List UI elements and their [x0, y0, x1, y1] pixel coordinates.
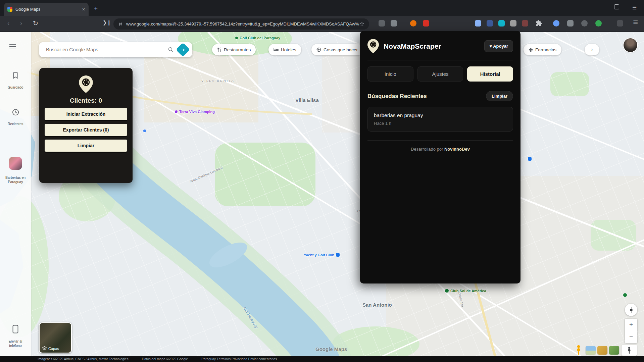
extension-icon[interactable]: [410, 20, 416, 27]
chip-pharmacies[interactable]: Farmacias: [524, 44, 561, 55]
support-button[interactable]: ♥ Apoyar: [484, 40, 513, 52]
recent-searches-header: Búsquedas Recientes Limpiar: [367, 91, 513, 101]
reload-button[interactable]: ↻: [33, 19, 38, 27]
client-counter: Clientes: 0: [45, 97, 127, 104]
footer-prefix: Desarrollado por: [411, 147, 444, 152]
footer-author-link[interactable]: NovinhoDev: [444, 147, 470, 152]
tab-close-icon[interactable]: ✕: [82, 7, 85, 12]
attribution-imagery: Imágenes ©2025 Airbus, CNES / Airbus, Ma…: [38, 357, 129, 361]
imagery-thumbnail[interactable]: [597, 346, 607, 355]
poi-dot-icon: [175, 110, 178, 113]
tab-title: Google Maps: [15, 7, 79, 12]
layers-icon: [42, 346, 47, 351]
imagery-thumbnail[interactable]: [609, 346, 619, 355]
attribution-links[interactable]: Paraguay Términos Privacidad Enviar come…: [201, 357, 277, 361]
window-restore-icon[interactable]: [614, 4, 619, 9]
location-icon: [628, 307, 634, 313]
chip-hotels[interactable]: Hoteles: [268, 44, 301, 55]
sync-icon[interactable]: [581, 20, 588, 27]
maps-search-box[interactable]: ➜: [39, 42, 192, 57]
my-location-button[interactable]: [625, 304, 637, 316]
browser-menu-icon[interactable]: ☰: [633, 19, 638, 26]
start-extraction-button[interactable]: Iniciar Extracción: [45, 108, 127, 120]
back-button[interactable]: ‹: [7, 19, 9, 27]
search-icon[interactable]: [168, 47, 174, 53]
clear-history-button[interactable]: Limpiar: [486, 91, 513, 101]
clear-card-button[interactable]: Limpiar: [45, 140, 127, 152]
poi-green-icon[interactable]: [623, 293, 627, 297]
maps-left-rail: Guardado Recientes Barberías en Paraguay…: [0, 32, 31, 362]
forward-button[interactable]: ›: [20, 19, 22, 27]
route-shield-icon: [336, 253, 340, 257]
extension-icon[interactable]: [553, 20, 559, 27]
history-time: Hace 1 h: [374, 121, 507, 126]
history-query: barberias en praguay: [374, 112, 507, 118]
popup-tabs: Inicio Ajustes Historial: [367, 66, 513, 82]
tab-ajustes[interactable]: Ajustes: [417, 66, 463, 82]
novamapscraper-map-card: Clientes: 0 Iniciar Extracción Exportar …: [39, 68, 133, 183]
rail-item-recent-place[interactable]: Barberías en Paraguay: [0, 153, 31, 185]
rail-item-send-to-phone[interactable]: Enviar al teléfono: [0, 320, 31, 348]
export-clients-button[interactable]: Exportar Clientes (0): [45, 124, 127, 136]
window-menu-icon[interactable]: ☰: [632, 5, 637, 11]
street-view-button[interactable]: [622, 345, 637, 356]
imagery-thumbnail[interactable]: [586, 346, 596, 355]
account-avatar[interactable]: [624, 38, 637, 52]
poi-green-bottom[interactable]: Club Sol de América: [445, 289, 486, 293]
browser-tab[interactable]: Google Maps ✕: [4, 3, 89, 16]
pin-logo-icon: [367, 39, 379, 53]
extension-icon[interactable]: [522, 20, 528, 27]
popup-header: NovaMapScraper ♥ Apoyar: [367, 39, 513, 53]
keyboard-icon[interactable]: [379, 20, 385, 27]
extension-icon[interactable]: [423, 20, 429, 27]
history-item[interactable]: barberias en praguay Hace 1 h: [367, 107, 513, 132]
chip-restaurants[interactable]: Restaurantes: [212, 44, 256, 55]
zoom-in-button[interactable]: +: [625, 319, 637, 331]
route-shield-icon[interactable]: [528, 157, 532, 161]
rail-item-recents[interactable]: Recientes: [0, 104, 31, 126]
url-text[interactable]: www.google.com/maps/@-25.3449379,-57.596…: [126, 21, 359, 27]
novamapscraper-popup: NovaMapScraper ♥ Apoyar Inicio Ajustes H…: [360, 31, 521, 283]
sidebar-toggle-icon[interactable]: ❯❙: [103, 19, 111, 25]
extensions-puzzle-icon[interactable]: [536, 20, 542, 27]
extension-icon[interactable]: [391, 20, 397, 27]
extension-icon[interactable]: [475, 20, 481, 27]
zoom-controls: + −: [625, 319, 637, 343]
tab-strip: Google Maps ✕ + ☰: [0, 0, 644, 16]
section-title: Búsquedas Recientes: [367, 93, 486, 100]
pegman-icon[interactable]: [576, 345, 581, 356]
poi-green-top[interactable]: Golf Club del Paraguay: [235, 36, 280, 40]
poi-dot-icon: [445, 289, 449, 293]
extension-icon[interactable]: [487, 20, 493, 27]
extension-icon[interactable]: [498, 20, 505, 27]
zoom-out-button[interactable]: −: [625, 331, 637, 343]
profile-icon[interactable]: [595, 20, 602, 27]
browser-window: Google Maps ✕ + ☰ ‹ › ↻ ❯❙ www.google.co…: [0, 0, 644, 362]
url-bar[interactable]: www.google.com/maps/@-25.3449379,-57.596…: [113, 18, 369, 30]
poi-purple[interactable]: Terra Viva Glamping: [175, 110, 215, 114]
clock-icon: [12, 108, 19, 116]
tab-historial[interactable]: Historial: [467, 66, 513, 82]
google-maps-favicon: [7, 7, 12, 12]
pharmacy-icon: [529, 48, 533, 52]
rail-item-saved[interactable]: Guardado: [0, 67, 31, 90]
apps-grid-icon[interactable]: [567, 20, 574, 27]
new-tab-button[interactable]: +: [94, 5, 98, 11]
phone-icon: [12, 325, 18, 333]
layers-toggle-thumbnail[interactable]: Capas: [39, 322, 72, 353]
extension-icon[interactable]: [510, 20, 516, 27]
chip-things-to-do[interactable]: Cosas que hacer: [311, 44, 363, 55]
directions-icon[interactable]: ➜: [176, 43, 190, 57]
bookmark-icon: [12, 71, 19, 80]
bookmark-star-icon[interactable]: [359, 21, 364, 27]
site-settings-icon[interactable]: [118, 22, 123, 27]
chips-scroll-right-button[interactable]: ›: [585, 44, 599, 55]
poi-blue[interactable]: Yacht y Golf Club: [304, 253, 340, 257]
menu-icon[interactable]: [9, 44, 16, 50]
downloads-icon[interactable]: [617, 20, 623, 27]
divider: [367, 60, 513, 60]
search-input[interactable]: [45, 47, 164, 53]
map-attribution-bar: Imágenes ©2025 Airbus, CNES / Airbus, Ma…: [0, 356, 644, 362]
poi-blue-icon[interactable]: [143, 129, 146, 133]
tab-inicio[interactable]: Inicio: [367, 66, 413, 82]
